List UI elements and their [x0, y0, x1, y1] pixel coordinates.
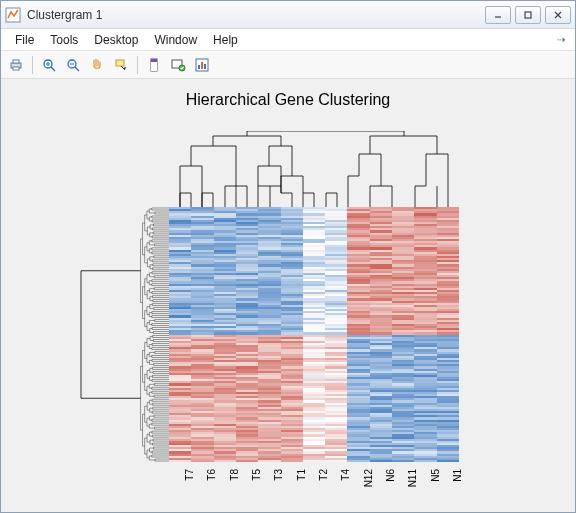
minimize-button[interactable] — [485, 6, 511, 24]
svg-rect-16 — [151, 62, 157, 65]
column-label: T1 — [296, 469, 307, 509]
column-label: T2 — [318, 469, 329, 509]
data-cursor-icon[interactable] — [110, 54, 132, 76]
annotate-icon[interactable] — [167, 54, 189, 76]
menu-window[interactable]: Window — [146, 31, 205, 49]
dock-corner-icon[interactable]: ⇢ — [557, 34, 569, 45]
zoom-out-icon[interactable] — [62, 54, 84, 76]
toolbar — [1, 51, 575, 79]
print-icon[interactable] — [5, 54, 27, 76]
svg-rect-18 — [151, 68, 157, 71]
row-dendrogram — [79, 207, 169, 462]
menubar: File Tools Desktop Window Help ⇢ — [1, 29, 575, 51]
column-label: T5 — [251, 469, 262, 509]
menu-desktop[interactable]: Desktop — [86, 31, 146, 49]
svg-rect-17 — [151, 65, 157, 68]
maximize-button[interactable] — [515, 6, 541, 24]
svg-rect-2 — [525, 12, 531, 18]
column-label: N12 — [363, 469, 374, 509]
svg-line-7 — [51, 67, 55, 71]
svg-rect-23 — [201, 62, 203, 69]
menu-help[interactable]: Help — [205, 31, 246, 49]
close-button[interactable] — [545, 6, 571, 24]
column-label: T8 — [229, 469, 240, 509]
column-label: T7 — [184, 469, 195, 509]
zoom-in-icon[interactable] — [38, 54, 60, 76]
column-label: N5 — [430, 469, 441, 509]
toolbar-separator — [137, 56, 138, 74]
column-label: N6 — [385, 469, 396, 509]
heatmap[interactable] — [169, 207, 459, 462]
svg-rect-15 — [151, 59, 157, 62]
column-label: N11 — [407, 469, 418, 509]
column-label: T3 — [273, 469, 284, 509]
figure-area: Hierarchical Gene Clustering — [1, 79, 575, 512]
column-dendrogram — [169, 131, 459, 207]
app-window: Clustergram 1 File Tools Desktop Window … — [0, 0, 576, 513]
pan-icon[interactable] — [86, 54, 108, 76]
menu-file[interactable]: File — [7, 31, 42, 49]
chart-title: Hierarchical Gene Clustering — [1, 91, 575, 109]
svg-rect-24 — [204, 64, 206, 69]
column-label: T4 — [340, 469, 351, 509]
window-controls — [485, 6, 571, 24]
svg-line-11 — [75, 67, 79, 71]
show-plot-icon[interactable] — [191, 54, 213, 76]
clustergram-container: T7T6T8T5T3T1T2T4N12N6N11N5N1 — [79, 131, 549, 513]
column-label: T6 — [206, 469, 217, 509]
svg-rect-5 — [13, 67, 19, 70]
titlebar: Clustergram 1 — [1, 1, 575, 29]
svg-rect-22 — [198, 65, 200, 69]
window-title: Clustergram 1 — [27, 8, 485, 22]
svg-rect-4 — [13, 60, 19, 63]
column-labels: T7T6T8T5T3T1T2T4N12N6N11N5N1 — [169, 465, 459, 513]
column-label: N1 — [452, 469, 463, 509]
insert-colorbar-icon[interactable] — [143, 54, 165, 76]
app-icon — [5, 7, 21, 23]
svg-rect-13 — [116, 60, 124, 66]
menu-tools[interactable]: Tools — [42, 31, 86, 49]
toolbar-separator — [32, 56, 33, 74]
